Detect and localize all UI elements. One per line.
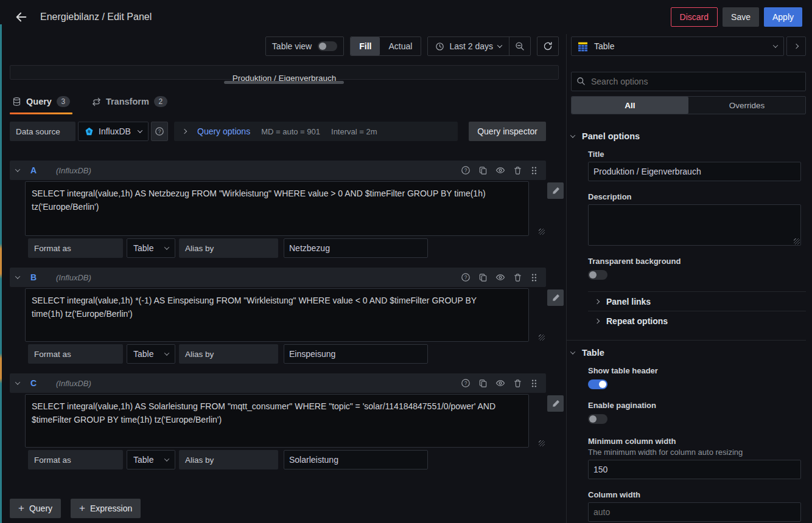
clock-icon — [435, 42, 444, 51]
collapse-icon[interactable] — [15, 274, 20, 279]
format-as-select[interactable]: Table — [127, 344, 175, 364]
query-footer: + Query + Expression — [10, 499, 546, 518]
pencil-icon[interactable] — [547, 395, 564, 412]
svg-text:?: ? — [158, 128, 161, 134]
query-textarea[interactable]: SELECT integral(value,1h) *(-1) AS Einsp… — [25, 288, 529, 342]
format-as-select[interactable]: Table — [127, 450, 175, 469]
pencil-icon[interactable] — [547, 289, 564, 306]
table-view-toggle[interactable] — [318, 41, 337, 51]
discard-button[interactable]: Discard — [671, 7, 718, 27]
query-format-row: Format as Table Alias by — [28, 344, 546, 364]
visualization-picker[interactable]: Table — [571, 36, 784, 56]
eye-icon[interactable] — [495, 165, 505, 175]
query-header-a[interactable]: A (InfluxDB) ? — [10, 161, 546, 180]
tab-transform[interactable]: Transform 2 — [89, 92, 170, 114]
help-icon[interactable]: ? — [461, 378, 471, 388]
svg-text:?: ? — [464, 274, 467, 280]
chevron-right-icon — [794, 44, 799, 49]
query-format-row: Format as Table Alias by — [28, 238, 546, 258]
save-button[interactable]: Save — [723, 7, 759, 27]
format-as-value: Table — [133, 243, 153, 253]
trash-icon[interactable] — [513, 273, 522, 282]
search-options-input[interactable] — [571, 72, 806, 91]
transparent-bg-toggle[interactable] — [588, 270, 607, 280]
fill-option[interactable]: Fill — [351, 37, 380, 55]
chevron-down-icon — [138, 128, 142, 133]
time-range-picker[interactable]: Last 2 days — [428, 37, 509, 55]
col-width-input[interactable] — [588, 502, 801, 522]
query-actions: ? — [461, 165, 537, 175]
actual-option[interactable]: Actual — [380, 37, 421, 55]
back-arrow-icon[interactable] — [15, 10, 28, 24]
query-header-b[interactable]: B (InfluxDB) ? — [10, 268, 546, 287]
trash-icon[interactable] — [513, 379, 522, 388]
drag-handle-icon[interactable] — [530, 166, 537, 175]
zoom-out-icon[interactable] — [509, 37, 530, 55]
collapse-icon[interactable] — [15, 379, 20, 384]
help-icon[interactable]: ? — [461, 165, 471, 175]
query-textarea[interactable]: SELECT integral(value,1h) AS Netzbezug F… — [25, 181, 529, 236]
query-ref-id: B — [30, 272, 39, 282]
transparent-bg-label: Transparent background — [588, 257, 806, 266]
tab-query[interactable]: Query 3 — [10, 92, 72, 114]
alias-by-input[interactable] — [284, 344, 428, 364]
resize-handle[interactable] — [794, 238, 800, 244]
query-datasource-hint: (InfluxDB) — [56, 379, 91, 388]
apply-button[interactable]: Apply — [764, 7, 802, 27]
drag-handle-icon[interactable] — [530, 273, 537, 282]
resize-handle[interactable] — [539, 229, 545, 235]
alias-by-input[interactable] — [284, 238, 428, 258]
description-area — [588, 204, 801, 246]
add-expression-button[interactable]: + Expression — [71, 499, 141, 518]
query-list: A (InfluxDB) ? SELECT integral(value,1h)… — [10, 161, 546, 518]
trash-icon[interactable] — [513, 166, 522, 175]
resize-handle[interactable] — [539, 440, 545, 446]
query-format-row: Format as Table Alias by — [28, 450, 546, 469]
interval-stat: Interval = 2m — [331, 127, 377, 136]
toggle-viz-picker-button[interactable] — [786, 36, 806, 56]
help-icon[interactable]: ? — [461, 272, 471, 282]
duplicate-icon[interactable] — [478, 273, 488, 282]
panel-preview[interactable]: Produktion / Eigenverbrauch — [10, 65, 559, 80]
query-header-c[interactable]: C (InfluxDB) ? — [10, 373, 546, 393]
repeat-options-row[interactable]: Repeat options — [588, 311, 806, 330]
panel-description-textarea[interactable] — [588, 204, 801, 246]
enable-pagination-toggle[interactable] — [588, 414, 607, 424]
max-data-points-stat: MD = auto = 901 — [261, 127, 320, 136]
transform-icon — [92, 97, 101, 106]
options-search — [571, 72, 806, 91]
datasource-help-icon[interactable]: ? — [151, 122, 168, 141]
panel-options-title: Panel options — [582, 131, 640, 141]
resize-handle[interactable] — [539, 334, 545, 341]
pencil-icon[interactable] — [547, 182, 564, 199]
panel-scrollbar[interactable] — [224, 81, 344, 84]
eye-icon[interactable] — [495, 272, 505, 282]
min-col-width-input[interactable] — [588, 460, 801, 479]
tab-transform-count: 2 — [154, 96, 167, 107]
collapse-icon[interactable] — [15, 167, 20, 171]
panel-options-header[interactable]: Panel options — [571, 131, 806, 141]
filter-overrides[interactable]: Overrides — [688, 97, 805, 114]
refresh-icon[interactable] — [537, 36, 559, 56]
format-as-select[interactable]: Table — [127, 238, 175, 258]
query-options-bar[interactable]: Query options MD = auto = 901 Interval =… — [174, 122, 458, 141]
show-table-header-toggle[interactable] — [588, 379, 607, 389]
table-viz-icon — [578, 41, 588, 52]
query-editor-b: SELECT integral(value,1h) *(-1) AS Einsp… — [25, 288, 546, 342]
query-inspector-button[interactable]: Query inspector — [469, 122, 546, 141]
add-query-button[interactable]: + Query — [10, 499, 61, 518]
datasource-picker[interactable]: InfluxDB — [78, 122, 149, 141]
query-textarea[interactable]: SELECT integral(value,1h) AS Solarleistu… — [25, 394, 529, 448]
drag-handle-icon[interactable] — [530, 379, 537, 388]
table-options-header[interactable]: Table — [571, 348, 806, 358]
duplicate-icon[interactable] — [478, 379, 488, 388]
eye-icon[interactable] — [495, 378, 505, 388]
alias-by-label: Alias by — [179, 344, 278, 364]
panel-title-input[interactable] — [588, 162, 801, 181]
alias-by-input[interactable] — [284, 450, 428, 469]
table-options-content: Show table header Enable pagination Mini… — [571, 366, 806, 523]
duplicate-icon[interactable] — [478, 166, 488, 175]
plus-icon: + — [79, 503, 85, 513]
panel-links-row[interactable]: Panel links — [588, 291, 806, 311]
filter-all[interactable]: All — [572, 97, 688, 114]
